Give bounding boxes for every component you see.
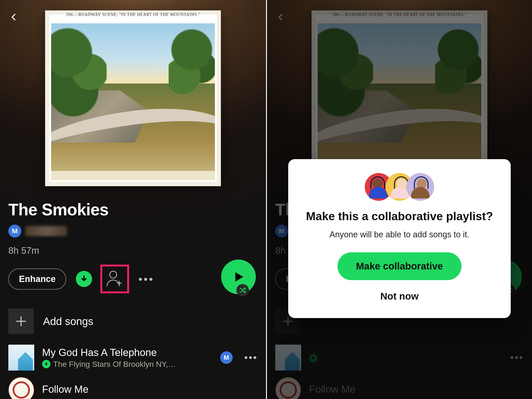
track-title: My God Has A Telephone: [42, 347, 212, 358]
shuffle-badge[interactable]: [236, 284, 249, 297]
track-artwork: [8, 377, 34, 399]
add-songs-tile: [8, 309, 34, 334]
enhance-button[interactable]: Enhance: [8, 269, 66, 290]
track-more-button[interactable]: •••: [244, 352, 258, 363]
playlist-controls: Enhance •••: [8, 263, 266, 295]
modal-subtitle: Anyone will be able to add songs to it.: [303, 230, 496, 239]
owner-name-redacted: [25, 226, 67, 236]
playlist-screen-left: 396.—ROADWAY SCENE, "IN THE HEART OF THE…: [0, 0, 266, 399]
add-songs-row[interactable]: Add songs: [8, 309, 266, 334]
track-title: Follow Me: [309, 384, 532, 395]
download-button[interactable]: [76, 271, 92, 287]
play-button[interactable]: [221, 260, 256, 294]
svg-point-0: [110, 271, 117, 278]
add-songs-label: Add songs: [43, 315, 93, 328]
playlist-duration: 8h 57m: [8, 245, 266, 256]
track-added-by-avatar: M: [220, 351, 233, 364]
cover-caption: 396.—ROADWAY SCENE, "IN THE HEART OF THE…: [311, 12, 487, 17]
more-options-button[interactable]: •••: [138, 273, 154, 285]
track-row: •••: [275, 345, 532, 371]
track-artwork: [8, 345, 34, 371]
shuffle-icon: [239, 287, 246, 294]
track-row[interactable]: My God Has A Telephone The Flying Stars …: [8, 345, 266, 371]
modal-avatars: [303, 173, 496, 201]
modal-title: Make this a collaborative playlist?: [303, 209, 496, 224]
track-title: Follow Me: [42, 384, 266, 395]
svg-marker-3: [235, 272, 243, 282]
not-now-button[interactable]: Not now: [303, 291, 496, 302]
downloaded-icon: [309, 354, 317, 362]
owner-avatar: M: [8, 225, 21, 238]
back-button[interactable]: [275, 12, 286, 23]
playlist-owner[interactable]: M: [8, 225, 266, 238]
track-artwork: [275, 345, 301, 371]
playlist-cover[interactable]: 396.—ROADWAY SCENE, "IN THE HEART OF THE…: [45, 10, 221, 186]
collaborative-modal: Make this a collaborative playlist? Anyo…: [288, 159, 511, 318]
playlist-screen-right: 396.—ROADWAY SCENE, "IN THE HEART OF THE…: [266, 0, 532, 399]
playlist-title: The Smokies: [8, 200, 266, 219]
person-add-icon: [106, 269, 124, 289]
track-row: Follow Me: [275, 377, 532, 399]
back-button[interactable]: [8, 12, 19, 23]
download-icon: [80, 275, 88, 283]
play-icon: [232, 271, 245, 283]
make-collaborative-button[interactable]: Make collaborative: [337, 252, 462, 280]
plus-icon: [15, 315, 27, 328]
add-collaborator-button[interactable]: [100, 265, 129, 293]
avatar-illustration: [406, 173, 434, 201]
downloaded-icon: [42, 360, 51, 368]
owner-avatar: M: [275, 225, 288, 238]
cover-caption: 396.—ROADWAY SCENE, "IN THE HEART OF THE…: [45, 12, 221, 17]
track-artist: The Flying Stars Of Brooklyn NY,…: [53, 360, 176, 369]
track-artwork: [275, 377, 301, 399]
track-row[interactable]: Follow Me: [8, 377, 266, 399]
track-more-button: •••: [510, 352, 524, 363]
